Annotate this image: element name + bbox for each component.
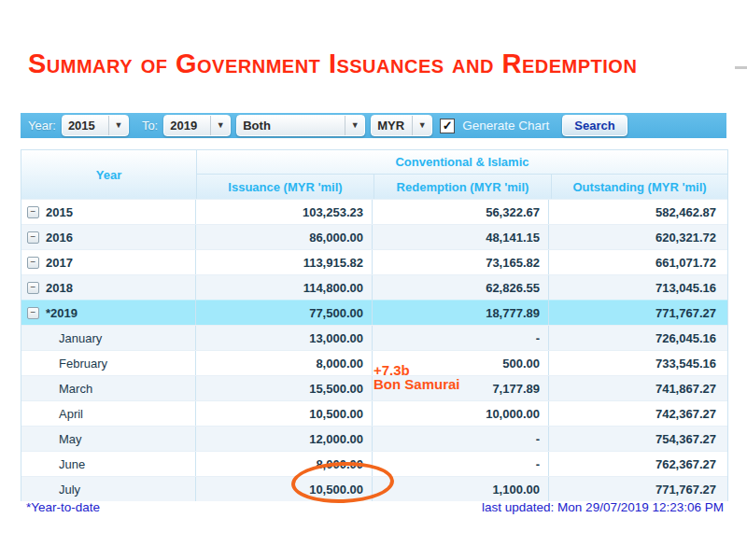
- group-header-conventional-islamic: Conventional & Islamic: [197, 150, 727, 175]
- issuance-value: 8,000.00: [196, 452, 373, 476]
- outstanding-value: 741,867.27: [549, 376, 725, 400]
- row-label: 2018: [46, 281, 73, 295]
- table-row: May 12,000.00 - 754,367.27: [21, 426, 727, 451]
- column-header-redemption: Redemption (MYR 'mil): [374, 175, 552, 199]
- outstanding-value: 713,045.16: [549, 275, 725, 300]
- checkmark-icon: ✓: [443, 119, 453, 132]
- bond-type-select[interactable]: Both ▼: [236, 115, 365, 136]
- outstanding-value: 582,462.87: [549, 200, 725, 224]
- row-label: 2015: [46, 205, 73, 219]
- collapse-minus-icon[interactable]: −: [27, 307, 39, 319]
- outstanding-value: 762,367.27: [549, 452, 725, 476]
- year-from-select[interactable]: 2015 ▼: [62, 115, 129, 136]
- row-label: 2016: [46, 231, 73, 245]
- collapse-minus-icon[interactable]: −: [27, 282, 39, 294]
- column-header-outstanding: Outstanding (MYR 'mil): [552, 175, 727, 199]
- row-label: 2017: [46, 256, 73, 270]
- table-row: − 2016 86,000.00 48,141.15 620,321.72: [21, 224, 727, 249]
- search-button[interactable]: Search: [562, 115, 627, 136]
- to-label: To:: [142, 119, 158, 133]
- row-label: July: [59, 483, 80, 497]
- issuance-table: Year Conventional & Islamic Issuance (MY…: [21, 149, 728, 501]
- row-label: February: [59, 357, 107, 371]
- samurai-annotation-line1: +7.3b: [374, 363, 460, 377]
- redemption-value: -: [373, 452, 549, 476]
- redemption-value: -: [373, 427, 549, 451]
- table-row: − 2017 113,915.82 73,165.82 661,071.72: [21, 249, 727, 274]
- issuance-value: 77,500.00: [196, 301, 373, 325]
- collapse-minus-icon[interactable]: −: [27, 257, 39, 269]
- outstanding-value: 620,321.72: [549, 225, 725, 249]
- row-label: April: [59, 407, 83, 421]
- redemption-value: 62,826.55: [373, 275, 549, 300]
- issuance-value: 86,000.00: [196, 225, 373, 249]
- redemption-value: 73,165.82: [373, 250, 549, 274]
- issuance-value: 12,000.00: [196, 427, 373, 451]
- year-to-date-footnote: *Year-to-date: [26, 500, 100, 514]
- outstanding-value: 742,367.27: [549, 401, 725, 426]
- table-row: − 2018 114,800.00 62,826.55 713,045.16: [21, 274, 727, 300]
- issuance-value: 10,500.00: [196, 401, 373, 426]
- redemption-value: 56,322.67: [373, 200, 549, 224]
- table-body: − 2015 103,253.23 56,322.67 582,462.87 −…: [21, 199, 727, 501]
- redemption-value: 1,100.00: [373, 477, 549, 501]
- issuance-value: 113,915.82: [196, 250, 373, 274]
- year-label: Year:: [28, 119, 56, 133]
- issuance-value: 103,253.23: [196, 200, 373, 224]
- year-to-select[interactable]: 2019 ▼: [163, 115, 231, 136]
- column-header-year: Year: [21, 150, 197, 199]
- page-title: Summary of Government Issuances and Rede…: [28, 49, 637, 79]
- issuance-value: 15,500.00: [196, 376, 373, 400]
- row-label: March: [59, 382, 92, 396]
- last-updated-text: last updated: Mon 29/07/2019 12:23:06 PM: [482, 500, 724, 514]
- outstanding-value: 771,767.27: [549, 301, 725, 325]
- collapse-minus-icon[interactable]: −: [27, 206, 39, 218]
- collapse-minus-icon[interactable]: −: [27, 231, 39, 244]
- column-header-issuance: Issuance (MYR 'mil): [197, 175, 374, 199]
- table-header: Year Conventional & Islamic Issuance (MY…: [21, 150, 727, 199]
- redemption-value: 48,141.15: [373, 225, 549, 249]
- redemption-value: -: [373, 326, 549, 350]
- samurai-bond-annotation: +7.3b Bon Samurai: [374, 363, 460, 391]
- chevron-down-icon[interactable]: ▼: [210, 116, 230, 135]
- outstanding-value: 733,545.16: [549, 351, 725, 375]
- row-label: May: [59, 432, 82, 446]
- outstanding-value: 754,367.27: [549, 427, 725, 451]
- outstanding-value: 661,071.72: [549, 250, 725, 274]
- currency-select[interactable]: MYR ▼: [371, 115, 432, 136]
- row-label: June: [59, 457, 85, 471]
- outstanding-value: 771,767.27: [549, 477, 725, 501]
- row-label: *2019: [46, 306, 78, 320]
- title-trailing-dash: [735, 66, 747, 69]
- table-row: April 10,500.00 10,000.00 742,367.27: [21, 400, 727, 426]
- redemption-value: 18,777.89: [373, 301, 549, 325]
- redemption-value: 10,000.00: [373, 401, 549, 426]
- chevron-down-icon[interactable]: ▼: [412, 116, 431, 135]
- issuance-value: 114,800.00: [196, 275, 373, 300]
- samurai-annotation-line2: Bon Samurai: [374, 377, 460, 391]
- table-row: − 2015 103,253.23 56,322.67 582,462.87: [21, 199, 727, 224]
- table-row: January 13,000.00 - 726,045.16: [21, 325, 727, 350]
- chevron-down-icon[interactable]: ▼: [345, 116, 364, 135]
- table-row: July 10,500.00 1,100.00 771,767.27: [21, 476, 727, 501]
- generate-chart-label: Generate Chart: [462, 119, 549, 133]
- chevron-down-icon[interactable]: ▼: [108, 116, 128, 135]
- table-row: June 8,000.00 - 762,367.27: [21, 451, 727, 476]
- issuance-value: 10,500.00: [196, 477, 373, 501]
- generate-chart-checkbox[interactable]: ✓: [440, 119, 455, 133]
- issuance-value: 8,000.00: [196, 351, 373, 375]
- outstanding-value: 726,045.16: [549, 326, 725, 350]
- table-row: − *2019 77,500.00 18,777.89 771,767.27: [21, 300, 727, 325]
- year-from-value: 2015: [63, 119, 108, 133]
- row-label: January: [59, 331, 102, 345]
- currency-value: MYR: [372, 119, 412, 133]
- year-to-value: 2019: [164, 119, 210, 133]
- filter-toolbar: Year: 2015 ▼ To: 2019 ▼ Both ▼ MYR ▼ ✓ G…: [21, 113, 726, 138]
- bond-type-value: Both: [237, 119, 345, 133]
- issuance-value: 13,000.00: [196, 326, 373, 350]
